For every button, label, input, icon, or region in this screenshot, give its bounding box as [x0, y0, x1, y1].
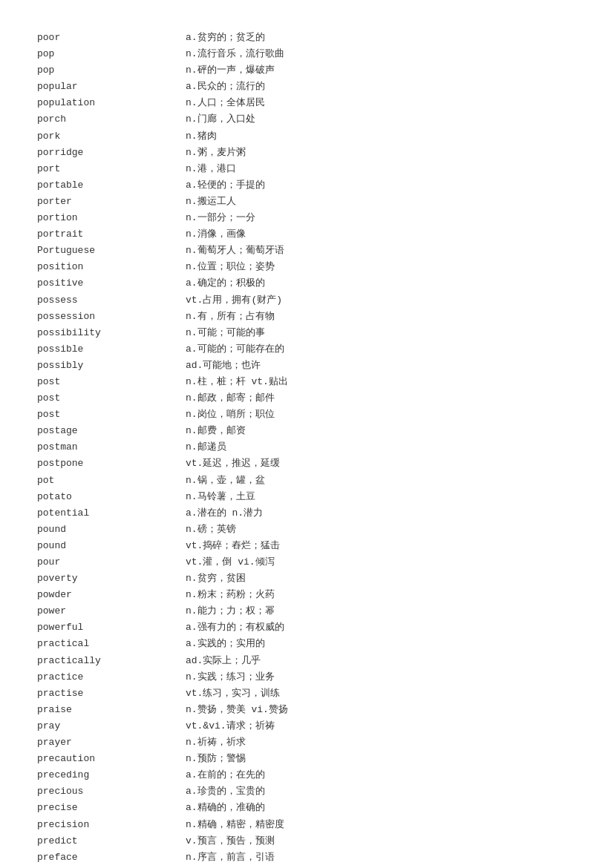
list-item: practicala.实践的；实用的: [37, 636, 577, 652]
word: pot: [37, 473, 186, 489]
word: practically: [37, 653, 186, 669]
definition: vt.练习，实习，训练: [186, 685, 577, 702]
list-item: populara.民众的；流行的: [37, 79, 577, 95]
list-item: portraitn.消像，画像: [37, 226, 577, 243]
list-item: portablea.轻便的；手提的: [37, 177, 577, 194]
word: preceding: [37, 767, 186, 783]
list-item: powdern.粉末；药粉；火药: [37, 587, 577, 603]
list-item: possessionn.有，所有；占有物: [37, 309, 577, 325]
definition: vt.占用，拥有(财产): [186, 292, 577, 309]
definition: a.潜在的 n.潜力: [186, 505, 577, 522]
list-item: portionn.一部分；一分: [37, 210, 577, 226]
list-item: porchn.门廊，入口处: [37, 111, 577, 128]
word: portable: [37, 177, 186, 194]
dictionary-table: poora.贫穷的；贫乏的popn.流行音乐，流行歌曲popn.砰的一声，爆破声…: [37, 30, 577, 868]
definition: n.邮递员: [186, 439, 577, 456]
definition: n.消像，画像: [186, 226, 577, 243]
definition: a.贫穷的；贫乏的: [186, 30, 577, 46]
definition: n.人口；全体居民: [186, 95, 577, 111]
list-item: prayern.祈祷，祈求: [37, 734, 577, 751]
word: precision: [37, 817, 186, 833]
word: practice: [37, 669, 186, 685]
word: pop: [37, 46, 186, 62]
word: post: [37, 407, 186, 423]
word: precise: [37, 800, 186, 816]
word: postage: [37, 423, 186, 439]
definition: a.在前的；在先的: [186, 767, 577, 783]
word: practical: [37, 636, 186, 652]
word: porridge: [37, 145, 186, 161]
definition: n.磅；英镑: [186, 522, 577, 538]
word: powder: [37, 587, 186, 603]
definition: a.精确的，准确的: [186, 800, 577, 816]
definition: n.猪肉: [186, 128, 577, 145]
word: possibility: [37, 325, 186, 341]
definition: n.实践；练习；业务: [186, 669, 577, 685]
list-item: popn.砰的一声，爆破声: [37, 62, 577, 79]
list-item: potaton.马铃薯，土豆: [37, 489, 577, 505]
list-item: postn.岗位，哨所；职位: [37, 407, 577, 423]
definition: n.马铃薯，土豆: [186, 489, 577, 505]
word: powerful: [37, 619, 186, 636]
word: possibly: [37, 358, 186, 374]
definition: n.锅，壶，罐，盆: [186, 473, 577, 489]
word: porch: [37, 111, 186, 128]
list-item: possiblyad.可能地；也许: [37, 358, 577, 374]
list-item: pot n.锅，壶，罐，盆: [37, 473, 577, 489]
list-item: practicallyad.实际上；几乎: [37, 653, 577, 669]
word: power: [37, 603, 186, 619]
definition: n.能力；力；权；幂: [186, 603, 577, 619]
word: post: [37, 390, 186, 407]
list-item: postpone vt.延迟，推迟，延缓: [37, 456, 577, 472]
definition: vt.&vi.请求；祈祷: [186, 718, 577, 734]
list-item: porridge n.粥，麦片粥: [37, 145, 577, 161]
word: predict: [37, 833, 186, 849]
list-item: postagen.邮费，邮资: [37, 423, 577, 439]
word: praise: [37, 702, 186, 718]
definition: n.祈祷，祈求: [186, 734, 577, 751]
list-item: postn.邮政，邮寄；邮件: [37, 390, 577, 407]
definition: n.港，港口: [186, 161, 577, 177]
definition: n.精确，精密，精密度: [186, 817, 577, 833]
definition: a.轻便的；手提的: [186, 177, 577, 194]
word: practise: [37, 685, 186, 702]
definition: n.粉末；药粉；火药: [186, 587, 577, 603]
list-item: postmann.邮递员: [37, 439, 577, 456]
list-item: Portuguesen.葡萄牙人；葡萄牙语: [37, 243, 577, 259]
word: possession: [37, 309, 186, 325]
word: position: [37, 259, 186, 275]
word: post: [37, 374, 186, 390]
word: postman: [37, 439, 186, 456]
list-item: povertyn.贫穷，贫困: [37, 571, 577, 587]
word: precaution: [37, 751, 186, 767]
definition: n.赞扬，赞美 vi.赞扬: [186, 702, 577, 718]
definition: n.一部分；一分: [186, 210, 577, 226]
definition: n.邮政，邮寄；邮件: [186, 390, 577, 407]
list-item: positivea.确定的；积极的: [37, 275, 577, 292]
definition: n.岗位，哨所；职位: [186, 407, 577, 423]
definition: ad.可能地；也许: [186, 358, 577, 374]
list-item: possiblea.可能的；可能存在的: [37, 341, 577, 358]
word: potential: [37, 505, 186, 522]
definition: n.序言，前言，引语: [186, 849, 577, 866]
word: potato: [37, 489, 186, 505]
list-item: precautionn.预防；警惕: [37, 751, 577, 767]
list-item: powerfula.强有力的；有权威的: [37, 619, 577, 636]
definition: vt.灌，倒 vi.倾泻: [186, 554, 577, 571]
list-item: predictv.预言，预告，预测: [37, 833, 577, 849]
list-item: portern.搬运工人: [37, 194, 577, 210]
definition: a.确定的；积极的: [186, 275, 577, 292]
word: pray: [37, 718, 186, 734]
list-item: poora.贫穷的；贫乏的: [37, 30, 577, 46]
definition: n.粥，麦片粥: [186, 145, 577, 161]
definition: n.搬运工人: [186, 194, 577, 210]
definition: a.珍贵的，宝贵的: [186, 783, 577, 800]
word: positive: [37, 275, 186, 292]
word: population: [37, 95, 186, 111]
word: portrait: [37, 226, 186, 243]
word: pound: [37, 538, 186, 554]
list-item: precisionn.精确，精密，精密度: [37, 817, 577, 833]
list-item: precedinga.在前的；在先的: [37, 767, 577, 783]
definition: a.民众的；流行的: [186, 79, 577, 95]
list-item: population n.人口；全体居民: [37, 95, 577, 111]
